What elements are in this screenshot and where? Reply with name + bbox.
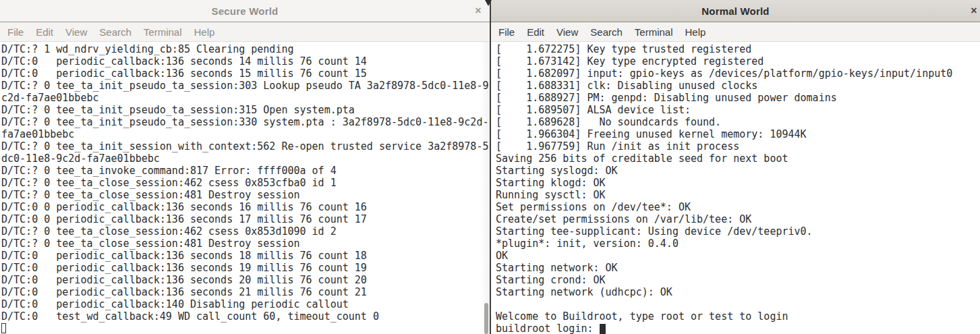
terminal-log-text: D/TC:? 1 wd_ndrv_yielding_cb:85 Clearing… xyxy=(1,43,490,323)
close-icon[interactable]: × xyxy=(968,5,980,16)
menu-terminal[interactable]: Terminal xyxy=(138,24,188,40)
menu-edit[interactable]: Edit xyxy=(521,24,550,40)
window-title: Normal World xyxy=(701,5,769,17)
menu-edit[interactable]: Edit xyxy=(30,24,59,40)
scrollbar-track xyxy=(481,42,490,334)
titlebar-secure-world[interactable]: Secure World × xyxy=(0,0,490,22)
terminal-cursor-hollow xyxy=(1,323,6,333)
menu-view[interactable]: View xyxy=(59,24,93,40)
login-prompt-text: buildroot login: xyxy=(496,323,600,334)
terminal-output-secure[interactable]: D/TC:? 1 wd_ndrv_yielding_cb:85 Clearing… xyxy=(0,42,490,334)
menu-terminal[interactable]: Terminal xyxy=(629,24,679,40)
desktop: Secure World × File Edit View Search Ter… xyxy=(0,0,980,334)
titlebar-normal-world[interactable]: Normal World × xyxy=(491,0,980,22)
menu-search[interactable]: Search xyxy=(93,24,138,40)
window-secure-world: Secure World × File Edit View Search Ter… xyxy=(0,0,490,334)
terminal-log-text: [ 1.672275] Key type trusted registered … xyxy=(496,43,980,323)
menu-help[interactable]: Help xyxy=(188,24,221,40)
window-normal-world: Normal World × File Edit View Search Ter… xyxy=(491,0,980,334)
window-title: Secure World xyxy=(212,5,279,17)
mouse-cursor xyxy=(485,0,492,6)
menubar-normal: File Edit View Search Terminal Help xyxy=(491,22,980,42)
menubar-secure: File Edit View Search Terminal Help xyxy=(0,22,490,42)
cursor-line xyxy=(1,323,490,334)
close-icon[interactable]: × xyxy=(472,5,484,16)
menu-file[interactable]: File xyxy=(492,24,521,40)
menu-help[interactable]: Help xyxy=(679,24,712,40)
menu-file[interactable]: File xyxy=(1,24,30,40)
menu-search[interactable]: Search xyxy=(584,24,629,40)
terminal-cursor-block xyxy=(600,324,606,334)
menu-view[interactable]: View xyxy=(550,24,584,40)
terminal-output-normal[interactable]: [ 1.672275] Key type trusted registered … xyxy=(491,42,980,334)
scrollbar-thumb[interactable] xyxy=(484,303,488,334)
login-prompt-line: buildroot login: xyxy=(496,323,980,334)
